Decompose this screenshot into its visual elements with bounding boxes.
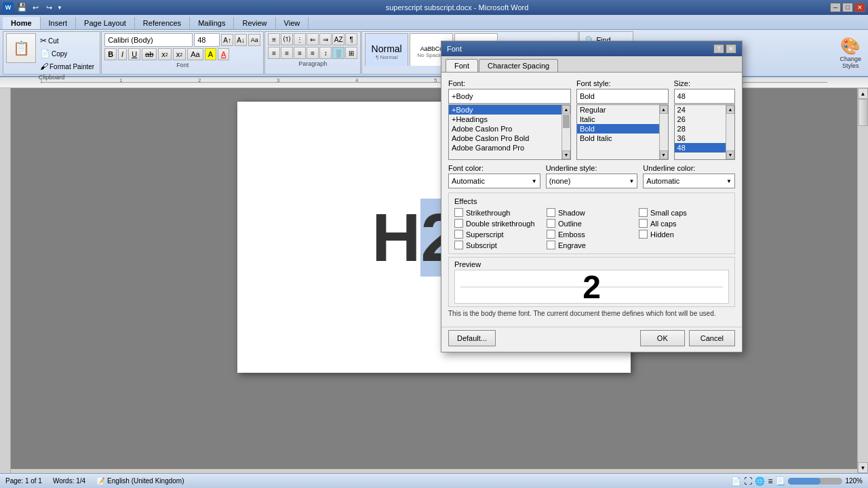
size-48[interactable]: 48 [675,143,726,152]
emboss-checkbox[interactable] [547,230,555,239]
bullets-button[interactable]: ≡ [268,33,280,45]
font-item-adobe-garamond[interactable]: Adobe Garamond Pro [449,143,561,152]
size-36[interactable]: 36 [675,134,726,143]
style-normal[interactable]: Normal ¶ Normal [365,33,408,66]
character-spacing-tab[interactable]: Character Spacing [479,59,558,72]
line-spacing[interactable]: ↕ [319,47,332,59]
subscript-checkbox[interactable] [454,241,463,249]
ok-button[interactable]: OK [640,330,685,346]
font-size-field[interactable] [674,89,735,104]
language-indicator[interactable]: 📝 English (United Kingdom) [96,477,184,485]
cut-button[interactable]: ✂Cut [37,35,97,47]
underline-button[interactable]: U [128,48,140,60]
hidden-checkbox[interactable] [639,230,648,239]
zoom-slider[interactable] [788,478,842,485]
style-bold-italic[interactable]: Bold Italic [577,134,659,143]
engrave-effect[interactable]: Engrave [547,241,637,249]
engrave-checkbox[interactable] [547,241,555,249]
style-list[interactable]: Regular Italic Bold Bold Italic ▲ ▼ [576,104,669,160]
font-item-adobe-caslon-bold[interactable]: Adobe Caslon Pro Bold [449,134,561,143]
shadow-checkbox[interactable] [547,208,555,217]
view-draft[interactable]: 📃 [775,476,785,486]
cancel-button[interactable]: Cancel [689,330,735,346]
underline-style-dropdown[interactable]: (none)▼ [546,174,638,188]
format-painter-button[interactable]: 🖌Format Painter [37,60,97,73]
view-fullscreen[interactable]: ⛶ [744,476,752,486]
double-strikethrough-effect[interactable]: Double strikethrough [454,219,545,228]
sort-button[interactable]: AZ [332,33,344,45]
align-left[interactable]: ≡ [268,47,280,59]
decrease-indent[interactable]: ⇐ [307,33,319,45]
strikethrough-checkbox[interactable] [454,208,463,217]
all-caps-checkbox[interactable] [639,219,648,228]
shadow-effect[interactable]: Shadow [547,208,637,217]
style-regular[interactable]: Regular [577,105,659,115]
strikethrough-effect[interactable]: Strikethrough [454,208,545,217]
tab-view[interactable]: View [276,17,309,29]
increase-indent[interactable]: ⇒ [319,33,332,45]
font-name-field[interactable] [448,89,571,104]
small-caps-effect[interactable]: Small caps [639,208,729,217]
scroll-thumb[interactable] [859,99,868,126]
change-styles-button[interactable]: 🎨 Change Styles [835,31,865,75]
underline-color-dropdown[interactable]: Automatic▼ [643,174,735,188]
size-list-scrollbar[interactable]: ▲ ▼ [726,105,734,159]
align-right[interactable]: ≡ [294,47,306,59]
font-scroll-thumb[interactable] [563,115,570,128]
vertical-scrollbar[interactable]: ▲ ▼ [857,88,868,473]
tab-home[interactable]: Home [3,17,41,29]
strikethrough-button[interactable]: ab [142,48,157,60]
outline-effect[interactable]: Outline [547,219,637,228]
multilevel-button[interactable]: ⋮ [294,33,306,45]
font-size-input[interactable]: 48 [194,33,220,47]
close-button[interactable]: ✕ [854,3,865,12]
tab-review[interactable]: Review [234,17,275,29]
tab-references[interactable]: References [135,17,190,29]
all-caps-effect[interactable]: All caps [639,219,729,228]
font-list[interactable]: +Body +Headings Adobe Caslon Pro Adobe C… [448,104,571,160]
font-name-input[interactable]: Calibri (Body) [104,33,193,47]
font-item-adobe-caslon[interactable]: Adobe Caslon Pro [449,124,561,134]
paste-button[interactable]: 📋 [6,33,36,63]
subscript-button[interactable]: x2 [158,48,171,60]
subscript-effect[interactable]: Subscript [454,241,545,249]
dialog-close-button[interactable]: ✕ [726,44,736,54]
style-scroll-down[interactable]: ▼ [660,150,668,159]
italic-button[interactable]: I [118,48,127,60]
font-style-field[interactable] [576,89,669,104]
font-color-button[interactable]: A [218,48,229,60]
outline-checkbox[interactable] [547,219,555,228]
hidden-effect[interactable]: Hidden [639,230,729,239]
justify[interactable]: ≡ [307,47,319,59]
font-color-dropdown[interactable]: Automatic▼ [448,174,540,188]
tab-page-layout[interactable]: Page Layout [76,17,135,29]
font-list-scrollbar[interactable]: ▲ ▼ [561,105,570,159]
view-print[interactable]: 📄 [731,476,741,486]
tab-mailings[interactable]: Mailings [190,17,234,29]
view-outline[interactable]: ≡ [768,476,772,486]
style-list-scrollbar[interactable]: ▲ ▼ [659,105,668,159]
superscript-checkbox[interactable] [454,230,463,239]
view-web[interactable]: 🌐 [755,476,765,486]
size-26[interactable]: 26 [675,115,726,124]
show-hide-button[interactable]: ¶ [345,33,357,45]
font-scroll-down[interactable]: ▼ [562,150,570,159]
small-caps-checkbox[interactable] [639,208,648,217]
default-button[interactable]: Default... [448,330,496,346]
size-28[interactable]: 28 [675,124,726,134]
font-item-headings[interactable]: +Headings [449,115,561,124]
decrease-font-button[interactable]: A↓ [235,34,247,46]
qat-dropdown[interactable]: ▼ [57,5,62,11]
qat-redo[interactable]: ↪ [43,3,54,12]
style-italic[interactable]: Italic [577,115,659,124]
qat-save[interactable]: 💾 [16,3,27,12]
scroll-down-button[interactable]: ▼ [858,462,868,473]
borders-button[interactable]: ⊞ [345,47,357,59]
numbering-button[interactable]: ⑴ [281,33,293,45]
scroll-up-button[interactable]: ▲ [858,88,868,99]
size-scroll-down[interactable]: ▼ [726,150,734,159]
dialog-help-button[interactable]: ? [713,44,724,54]
size-24[interactable]: 24 [675,105,726,115]
window-controls[interactable]: ─ □ ✕ [830,3,865,12]
copy-button[interactable]: 📄Copy [37,47,97,60]
